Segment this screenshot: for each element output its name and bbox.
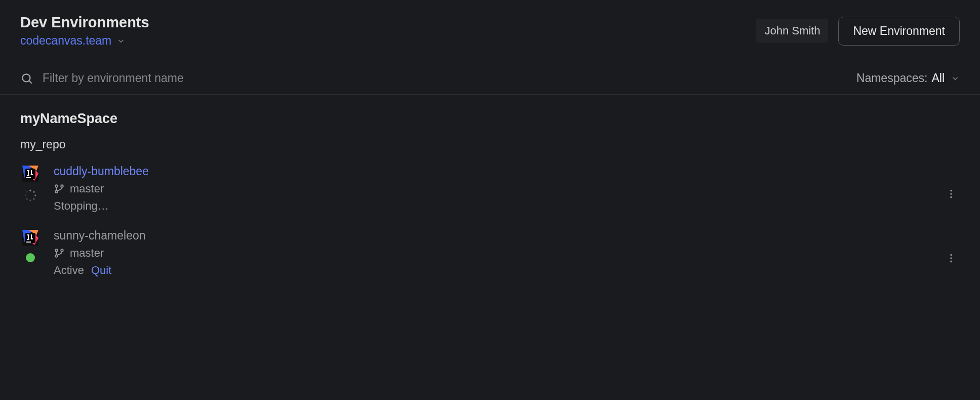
environment-row: cuddly-bumblebee master Stopping… [20,162,960,226]
env-row-leftcol [22,165,38,202]
quit-link[interactable]: Quit [91,264,111,277]
svg-point-34 [950,257,952,259]
intellij-icon [22,166,38,182]
svg-point-32 [55,255,58,257]
svg-point-16 [26,191,27,192]
svg-rect-8 [26,177,31,178]
svg-point-18 [61,185,63,187]
status-line: Stopping… [54,199,149,213]
status-text: Stopping… [54,199,109,213]
svg-point-12 [33,198,34,199]
svg-point-14 [26,198,27,199]
env-row-body: sunny-chameleon master Active Quit [54,229,146,277]
git-branch-icon [54,183,65,194]
namespaces-value: All [931,71,945,85]
svg-rect-27 [27,239,29,240]
row-menu-button[interactable] [943,185,960,203]
svg-rect-26 [28,234,29,239]
filter-input[interactable] [43,71,346,85]
team-name-label: codecanvas.team [20,34,111,48]
page-header: Dev Environments codecanvas.team John Sm… [0,0,980,62]
row-menu-button[interactable] [943,250,960,267]
svg-rect-6 [27,175,29,176]
branch-name: master [70,182,104,195]
environment-name[interactable]: sunny-chameleon [54,229,146,243]
branch-line: master [54,182,149,195]
svg-point-21 [950,193,952,195]
svg-point-11 [34,194,36,196]
filter-left [20,71,856,85]
svg-point-17 [55,185,58,187]
svg-point-31 [61,249,63,252]
svg-rect-7 [31,170,32,174]
svg-point-22 [950,196,952,198]
env-row-body: cuddly-bumblebee master Stopping… [54,165,149,213]
svg-point-20 [950,189,952,191]
status-line: Active Quit [54,264,146,277]
environment-name-link[interactable]: cuddly-bumblebee [54,165,149,178]
svg-point-33 [950,254,952,256]
svg-point-35 [950,260,952,262]
svg-rect-29 [26,242,31,243]
environment-row: sunny-chameleon master Active Quit [20,226,960,290]
svg-point-9 [29,190,31,191]
header-left: Dev Environments codecanvas.team [20,14,149,48]
chevron-down-icon [116,36,126,46]
svg-line-1 [29,81,32,84]
filter-bar: Namespaces: All [0,62,980,95]
repo-name: my_repo [20,138,960,151]
chevron-down-icon [951,74,960,83]
svg-rect-5 [28,170,29,175]
env-row-leftcol [22,229,38,262]
page-title: Dev Environments [20,14,149,31]
git-branch-icon [54,248,65,259]
svg-rect-28 [31,234,32,238]
loading-spinner-icon [24,189,37,202]
intellij-icon [22,230,38,246]
namespaces-label: Namespaces: [856,71,928,85]
header-right: John Smith New Environment [756,17,960,46]
svg-point-30 [55,249,58,252]
svg-point-0 [22,74,30,82]
user-chip[interactable]: John Smith [756,19,828,43]
svg-point-13 [29,199,31,201]
svg-point-15 [25,194,26,196]
search-icon [20,72,33,85]
namespaces-filter[interactable]: Namespaces: All [856,71,960,85]
content: myNameSpace my_repo [0,95,980,306]
branch-line: master [54,247,146,260]
namespace-heading: myNameSpace [20,111,960,127]
team-selector[interactable]: codecanvas.team [20,34,149,48]
new-environment-button[interactable]: New Environment [838,17,960,46]
svg-point-19 [55,190,58,193]
status-text: Active [54,264,84,277]
svg-point-10 [33,191,34,192]
branch-name: master [70,247,104,260]
status-dot-active-icon [26,253,35,262]
